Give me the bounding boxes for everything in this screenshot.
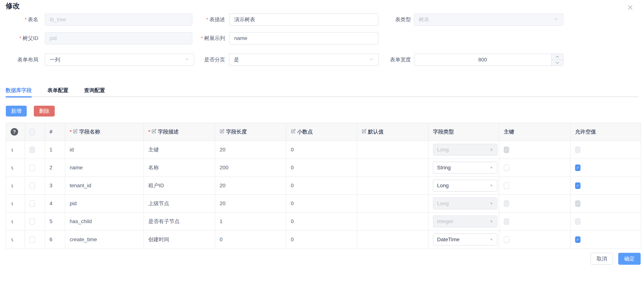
table-row: ↑↓ ✓ 3 tenant_id 租户ID 20 0 Long▼ ✓ ✓ (6, 177, 641, 195)
allow-null-checkbox[interactable]: ✓ (575, 236, 580, 243)
default-value-cell[interactable] (357, 159, 428, 176)
field-length-cell[interactable]: 20 (215, 177, 286, 194)
row-checkbox[interactable]: ✓ (30, 236, 35, 243)
primary-key-checkbox[interactable]: ✓ (504, 218, 509, 225)
primary-key-checkbox[interactable]: ✓ (504, 164, 509, 171)
tab-db-fields[interactable]: 数据库字段 (6, 84, 32, 96)
field-desc-cell[interactable]: 是否有子节点 (144, 213, 215, 230)
field-length-cell[interactable]: 20 (215, 195, 286, 212)
table-type-select[interactable]: 树表 (414, 14, 563, 26)
caret-down-icon: ▼ (490, 166, 493, 170)
decimal-point-cell[interactable]: 0 (286, 177, 357, 194)
decimal-point-cell[interactable]: 0 (286, 213, 357, 230)
paginated-select[interactable]: 是 (229, 54, 379, 66)
field-length-cell[interactable]: 20 (215, 141, 286, 158)
table-desc-input[interactable] (229, 14, 378, 26)
table-name-input[interactable] (45, 14, 192, 26)
tab-form-config[interactable]: 表单配置 (48, 84, 68, 96)
add-button[interactable]: 新增 (6, 106, 27, 116)
close-icon[interactable] (626, 3, 634, 12)
field-desc-cell[interactable]: 主键 (144, 141, 215, 158)
field-length-cell[interactable]: 1 (215, 213, 286, 230)
field-type-select[interactable]: Integer▼ (433, 216, 498, 228)
page-title: 修改 (6, 1, 20, 11)
caret-down-icon: ▼ (490, 238, 493, 242)
header-primary-key: 主键 (499, 123, 570, 140)
default-value-cell[interactable] (357, 195, 428, 212)
number-stepper (551, 54, 563, 66)
row-index: 2 (45, 159, 65, 176)
field-type-select[interactable]: Long▼ (433, 144, 498, 156)
allow-null-checkbox[interactable]: ✓ (575, 164, 580, 171)
primary-key-checkbox[interactable]: ✓ (504, 182, 509, 189)
tree-display-col-label: *树展示列 (187, 35, 225, 42)
drag-sort-handle[interactable]: ↑↓ (11, 219, 14, 224)
required-asterisk: * (148, 129, 150, 135)
field-type-select[interactable]: Long▼ (433, 180, 498, 192)
field-name-cell[interactable]: create_time (65, 230, 144, 248)
header-default-value: 默认值 (357, 123, 428, 140)
row-checkbox[interactable]: ✓ (30, 182, 35, 189)
form-width-label: 表单宽度 (371, 56, 411, 63)
stepper-up-button[interactable] (552, 54, 563, 60)
header-help: ? (6, 123, 25, 140)
field-type-select[interactable]: Long▼ (433, 198, 498, 210)
allow-null-checkbox[interactable]: ✓ (575, 146, 580, 153)
form-width-number-input (414, 54, 563, 66)
allow-null-checkbox[interactable]: ✓ (575, 182, 580, 189)
required-asterisk: * (201, 35, 203, 41)
decimal-point-cell[interactable]: 0 (286, 159, 357, 176)
default-value-cell[interactable] (357, 177, 428, 194)
tree-parent-id-input[interactable] (45, 32, 192, 44)
form-item-form-layout: 表单布局 一列 (0, 54, 194, 66)
decimal-point-cell[interactable]: 0 (286, 195, 357, 212)
row-checkbox[interactable]: ✓ (30, 146, 35, 153)
field-desc-cell[interactable]: 租户ID (144, 177, 215, 194)
row-checkbox[interactable]: ✓ (30, 200, 35, 207)
field-name-cell[interactable]: pid (65, 195, 144, 212)
required-asterisk: * (206, 16, 208, 22)
tab-query-config[interactable]: 查询配置 (84, 84, 105, 96)
table-header-row: ? ✓ # *字段名称 *字段描述 字段长度 小数点 默认值 字段类型 主键 允… (6, 123, 641, 141)
select-all-checkbox[interactable]: ✓ (30, 129, 35, 135)
field-desc-cell[interactable]: 名称 (144, 159, 215, 176)
form-layout-select[interactable]: 一列 (45, 54, 194, 66)
stepper-down-button[interactable] (552, 60, 563, 66)
field-name-cell[interactable]: id (65, 141, 144, 158)
tab-bar: 数据库字段 表单配置 查询配置 (6, 84, 638, 97)
drag-sort-handle[interactable]: ↑↓ (11, 201, 14, 206)
confirm-button[interactable]: 确定 (618, 253, 641, 265)
table-toolbar: 新增 删除 (6, 106, 55, 116)
default-value-cell[interactable] (357, 141, 428, 158)
default-value-cell[interactable] (357, 230, 428, 248)
field-type-select[interactable]: String▼ (433, 162, 498, 174)
dialog-footer: 取消 确定 (590, 253, 641, 265)
field-length-cell[interactable]: 200 (215, 159, 286, 176)
field-name-cell[interactable]: name (65, 159, 144, 176)
drag-sort-handle[interactable]: ↑↓ (11, 165, 14, 171)
decimal-point-cell[interactable]: 0 (286, 230, 357, 248)
drag-sort-handle[interactable]: ↑↓ (11, 183, 14, 188)
primary-key-checkbox[interactable]: ✓ (504, 236, 509, 243)
field-name-cell[interactable]: tenant_id (65, 177, 144, 194)
primary-key-checkbox[interactable]: ✓ (504, 200, 509, 207)
delete-button[interactable]: 删除 (34, 106, 55, 116)
decimal-point-cell[interactable]: 0 (286, 141, 357, 158)
cancel-button[interactable]: 取消 (590, 253, 613, 265)
field-name-cell[interactable]: has_child (65, 213, 144, 230)
field-type-select[interactable]: DateTime▼ (433, 234, 498, 246)
field-desc-cell[interactable]: 创建时间 (144, 230, 215, 248)
help-icon[interactable]: ? (11, 128, 18, 136)
field-length-cell[interactable]: 0 (215, 230, 286, 248)
drag-sort-handle[interactable]: ↑↓ (11, 237, 14, 242)
field-desc-cell[interactable]: 上级节点 (144, 195, 215, 212)
drag-sort-handle[interactable]: ↑↓ (11, 147, 14, 153)
tree-display-col-input[interactable] (229, 32, 378, 44)
primary-key-checkbox[interactable]: ✓ (504, 146, 509, 153)
allow-null-checkbox[interactable]: ✓ (575, 218, 580, 225)
allow-null-checkbox[interactable]: ✓ (575, 200, 580, 207)
default-value-cell[interactable] (357, 213, 428, 230)
row-checkbox[interactable]: ✓ (30, 218, 35, 225)
form-width-value[interactable] (414, 54, 563, 66)
row-checkbox[interactable]: ✓ (30, 164, 35, 171)
